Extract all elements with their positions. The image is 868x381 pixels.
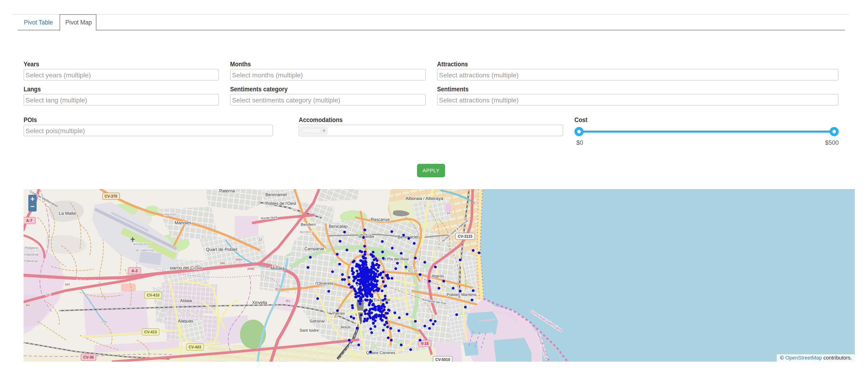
svg-text:Industrial: Industrial <box>24 252 39 256</box>
svg-text:Beniferri: Beniferri <box>301 223 315 227</box>
svg-text:13: 13 <box>258 238 262 241</box>
svg-text:349B: 349B <box>247 267 254 270</box>
svg-text:Aldaia: Aldaia <box>180 298 192 303</box>
svg-text:Manises: Manises <box>175 220 191 225</box>
svg-text:CV-370: CV-370 <box>104 194 117 198</box>
svg-text:l'Olivereta: l'Olivereta <box>315 281 333 286</box>
svg-text:el Pla del Real: el Pla del Real <box>383 257 409 261</box>
svg-text:Xirivella: Xirivella <box>252 300 267 305</box>
svg-text:Beniferri: Beniferri <box>300 230 312 234</box>
svg-text:CV-403: CV-403 <box>189 345 201 349</box>
svg-text:Poligono: Poligono <box>25 246 38 250</box>
svg-text:343: 343 <box>65 283 70 286</box>
svg-text:Malilla: Malilla <box>349 344 359 347</box>
svg-text:18: 18 <box>414 269 417 272</box>
svg-text:349A: 349A <box>235 258 243 261</box>
svg-text:Algirós: Algirós <box>432 274 444 278</box>
svg-text:l'Oliveral: l'Oliveral <box>24 259 38 263</box>
svg-text:La Malla: La Malla <box>59 211 76 216</box>
svg-text:Benicalap: Benicalap <box>329 224 347 229</box>
svg-text:14: 14 <box>447 211 450 215</box>
svg-text:10: 10 <box>273 264 276 267</box>
svg-text:351: 351 <box>275 287 280 291</box>
svg-text:11: 11 <box>293 208 296 211</box>
svg-text:Alboraia / Alboraya: Alboraia / Alboraya <box>405 196 443 201</box>
svg-text:Jesús: Jesús <box>340 325 350 329</box>
svg-text:Rascanya: Rascanya <box>371 217 390 222</box>
svg-text:Safranar: Safranar <box>309 319 325 323</box>
svg-text:CV-3115: CV-3115 <box>458 234 472 238</box>
svg-text:CV-36: CV-36 <box>83 355 94 359</box>
svg-text:Pobles de l'Oest: Pobles de l'Oest <box>266 201 297 206</box>
svg-text:342: 342 <box>46 293 51 296</box>
svg-text:Manises: Manises <box>164 212 177 216</box>
svg-text:Quart de Poblet: Quart de Poblet <box>206 247 238 252</box>
svg-text:Paterna: Paterna <box>219 189 235 193</box>
svg-text:Patraix: Patraix <box>333 311 345 316</box>
svg-text:Poblats Marítims: Poblats Marítims <box>447 292 477 297</box>
svg-text:Campanar: Campanar <box>304 246 324 251</box>
svg-text:CV-413: CV-413 <box>144 330 157 334</box>
svg-text:A-7: A-7 <box>26 218 32 223</box>
svg-text:Benimàmet: Benimàmet <box>265 193 287 197</box>
svg-text:Alaquàs: Alaquàs <box>178 319 193 323</box>
svg-text:Aeropuerto: Aeropuerto <box>133 242 151 246</box>
svg-text:348: 348 <box>220 261 225 265</box>
svg-text:V-15: V-15 <box>421 342 429 346</box>
svg-text:345: 345 <box>194 265 200 268</box>
svg-text:341: 341 <box>25 303 30 307</box>
svg-text:de València: de València <box>135 248 154 252</box>
svg-text:la Saïdia: la Saïdia <box>359 234 374 239</box>
svg-text:Sant Isidre: Sant Isidre <box>300 328 319 332</box>
svg-text:351: 351 <box>285 299 290 303</box>
svg-text:CV-410: CV-410 <box>147 293 159 297</box>
svg-text:A-3: A-3 <box>131 269 137 273</box>
svg-text:l'Eixample: l'Eixample <box>372 298 391 302</box>
svg-text:CV-5010: CV-5010 <box>435 358 450 362</box>
